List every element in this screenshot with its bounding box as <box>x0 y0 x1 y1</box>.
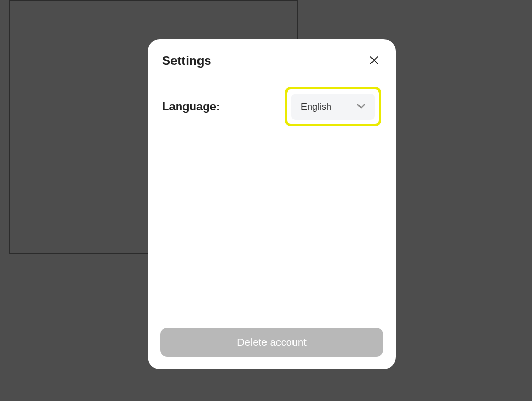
close-icon <box>368 55 380 68</box>
settings-modal: Settings Language: English <box>148 39 396 369</box>
close-button[interactable] <box>367 54 381 68</box>
language-label: Language: <box>162 100 220 113</box>
chevron-down-icon <box>355 99 367 114</box>
modal-title: Settings <box>162 54 211 68</box>
language-dropdown[interactable]: English <box>291 94 375 120</box>
language-dropdown-highlight: English <box>285 87 381 126</box>
modal-header: Settings <box>160 54 383 68</box>
delete-account-button[interactable]: Delete account <box>160 328 383 357</box>
language-setting-row: Language: English <box>160 87 383 126</box>
language-dropdown-value: English <box>301 101 331 112</box>
modal-body: Language: English <box>160 87 383 328</box>
